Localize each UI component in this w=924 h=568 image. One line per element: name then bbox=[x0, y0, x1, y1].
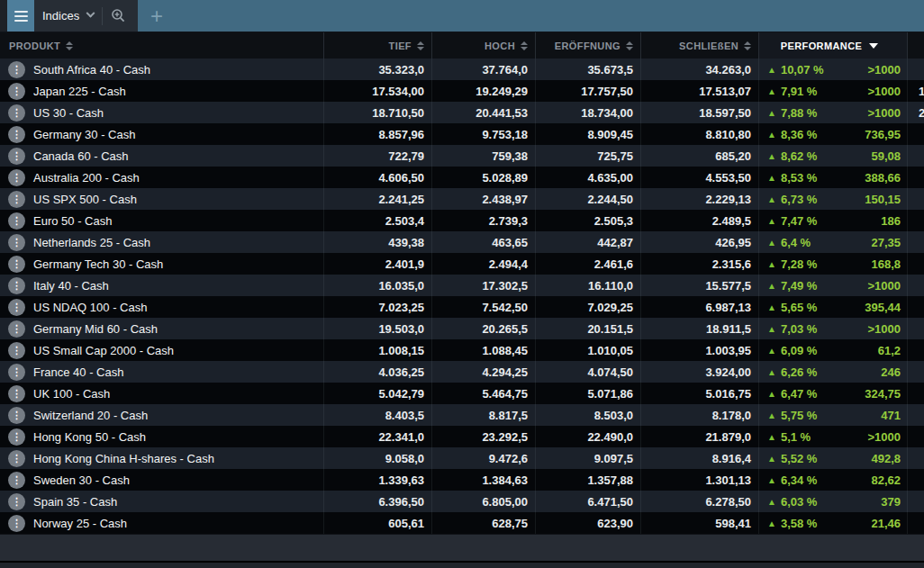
table-row[interactable]: ⋮ US SPX 500 - Cash 2.241,25 2.438,97 2.… bbox=[0, 188, 924, 210]
info-icon[interactable]: ⋮ bbox=[8, 493, 25, 510]
open-cell: 16.110,0 bbox=[536, 275, 641, 296]
info-icon[interactable]: ⋮ bbox=[8, 299, 25, 316]
info-icon[interactable]: ⋮ bbox=[8, 104, 25, 122]
product-name: Germany 30 - Cash bbox=[33, 128, 135, 141]
tab-indices[interactable]: Indices bbox=[34, 0, 138, 32]
performance-cell: ▲ 6,03 % 379 bbox=[759, 491, 908, 512]
table-row[interactable]: ⋮ Hong Kong 50 - Cash 22.341,0 23.292,5 … bbox=[0, 426, 924, 447]
performance-points: 59,08 bbox=[871, 149, 901, 163]
clipped-next-column-cell: 1 bbox=[908, 80, 924, 102]
info-icon[interactable]: ⋮ bbox=[8, 83, 25, 100]
zoom-search-icon[interactable] bbox=[111, 8, 126, 23]
info-icon[interactable]: ⋮ bbox=[8, 450, 25, 467]
table-row[interactable]: ⋮ UK 100 - Cash 5.042,79 5.464,75 5.071,… bbox=[0, 383, 924, 404]
info-icon[interactable]: ⋮ bbox=[8, 234, 25, 251]
table-row[interactable]: ⋮ Japan 225 - Cash 17.534,00 19.249,29 1… bbox=[0, 80, 924, 102]
info-icon[interactable]: ⋮ bbox=[8, 407, 25, 424]
table-row[interactable]: ⋮ US NDAQ 100 - Cash 7.023,25 7.542,50 7… bbox=[0, 296, 924, 318]
table-row[interactable]: ⋮ Sweden 30 - Cash 1.339,63 1.384,63 1.3… bbox=[0, 469, 924, 491]
product-cell: ⋮ France 40 - Cash bbox=[0, 361, 324, 383]
table-row[interactable]: ⋮ Germany Tech 30 - Cash 2.401,9 2.494,4… bbox=[0, 253, 924, 275]
info-icon[interactable]: ⋮ bbox=[8, 148, 25, 165]
table-row[interactable]: ⋮ Switzerland 20 - Cash 8.403,5 8.817,5 … bbox=[0, 404, 924, 426]
info-icon[interactable]: ⋮ bbox=[8, 126, 25, 143]
product-cell: ⋮ Hong Kong 50 - Cash bbox=[0, 426, 324, 447]
clipped-next-column-cell bbox=[908, 447, 924, 469]
triangle-up-icon: ▲ bbox=[767, 194, 776, 204]
table-row[interactable]: ⋮ Spain 35 - Cash 6.396,50 6.805,00 6.47… bbox=[0, 491, 924, 512]
info-icon[interactable]: ⋮ bbox=[8, 515, 25, 532]
performance-percent-value: 5,52 % bbox=[781, 452, 817, 465]
header-close[interactable]: SCHLIEßEN bbox=[641, 32, 759, 59]
close-cell: 8.178,0 bbox=[641, 404, 759, 426]
low-cell: 8.403,5 bbox=[324, 404, 432, 426]
add-tab-button[interactable]: + bbox=[150, 5, 163, 27]
info-icon[interactable]: ⋮ bbox=[8, 191, 25, 208]
performance-cell: ▲ 7,91 % >1000 bbox=[759, 80, 908, 102]
table-row[interactable]: ⋮ US Small Cap 2000 - Cash 1.008,15 1.08… bbox=[0, 339, 924, 361]
low-cell: 8.857,96 bbox=[324, 123, 432, 145]
header-high[interactable]: HOCH bbox=[432, 32, 536, 59]
table-row[interactable]: ⋮ France 40 - Cash 4.036,25 4.294,25 4.0… bbox=[0, 361, 924, 383]
sort-icon bbox=[744, 41, 751, 50]
clipped-next-column-cell bbox=[908, 426, 924, 447]
header-low-label: TIEF bbox=[389, 41, 412, 51]
table-row[interactable]: ⋮ Australia 200 - Cash 4.606,50 5.028,89… bbox=[0, 167, 924, 188]
triangle-up-icon: ▲ bbox=[767, 518, 776, 528]
header-performance[interactable]: PERFORMANCE bbox=[759, 32, 908, 59]
table-row[interactable]: ⋮ Germany 30 - Cash 8.857,96 9.753,18 8.… bbox=[0, 123, 924, 145]
performance-points: 186 bbox=[881, 214, 901, 228]
table-body: ⋮ South Africa 40 - Cash 35.323,0 37.764… bbox=[0, 59, 924, 534]
high-cell: 9.472,6 bbox=[432, 447, 536, 469]
header-product[interactable]: PRODUKT bbox=[0, 32, 324, 59]
performance-percent: ▲ 8,36 % bbox=[767, 128, 817, 141]
info-icon[interactable]: ⋮ bbox=[8, 428, 25, 446]
menu-button[interactable] bbox=[7, 0, 34, 32]
info-icon[interactable]: ⋮ bbox=[8, 342, 25, 359]
header-low[interactable]: TIEF bbox=[324, 32, 432, 59]
performance-percent: ▲ 6,73 % bbox=[767, 193, 817, 206]
header-clipped-column bbox=[908, 32, 924, 59]
info-icon[interactable]: ⋮ bbox=[8, 277, 25, 294]
info-icon[interactable]: ⋮ bbox=[8, 320, 25, 338]
low-cell: 439,38 bbox=[324, 231, 432, 253]
table-row[interactable]: ⋮ Canada 60 - Cash 722,79 759,38 725,75 … bbox=[0, 145, 924, 167]
product-name: Norway 25 - Cash bbox=[33, 517, 127, 530]
table-row[interactable]: ⋮ Italy 40 - Cash 16.035,0 17.302,5 16.1… bbox=[0, 275, 924, 296]
performance-percent: ▲ 5,52 % bbox=[767, 452, 817, 465]
low-cell: 16.035,0 bbox=[324, 275, 432, 296]
performance-points: 492,8 bbox=[871, 452, 901, 465]
performance-percent-value: 6,34 % bbox=[781, 473, 817, 487]
performance-percent: ▲ 6,03 % bbox=[767, 495, 817, 509]
table-row[interactable]: ⋮ Norway 25 - Cash 605,61 628,75 623,90 … bbox=[0, 512, 924, 534]
performance-percent-value: 6,47 % bbox=[781, 387, 817, 401]
info-icon[interactable]: ⋮ bbox=[8, 61, 25, 78]
info-icon[interactable]: ⋮ bbox=[8, 385, 25, 402]
product-cell: ⋮ US NDAQ 100 - Cash bbox=[0, 296, 324, 318]
performance-percent-value: 6,73 % bbox=[781, 193, 817, 206]
table-row[interactable]: ⋮ Netherlands 25 - Cash 439,38 463,65 44… bbox=[0, 231, 924, 253]
info-icon[interactable]: ⋮ bbox=[8, 364, 25, 381]
clipped-next-column-cell bbox=[908, 231, 924, 253]
table-row[interactable]: ⋮ Germany Mid 60 - Cash 19.503,0 20.265,… bbox=[0, 318, 924, 339]
info-icon[interactable]: ⋮ bbox=[8, 169, 25, 186]
table-row[interactable]: ⋮ Hong Kong China H-shares - Cash 9.058,… bbox=[0, 447, 924, 469]
chevron-down-icon[interactable] bbox=[86, 9, 95, 18]
table-row[interactable]: ⋮ US 30 - Cash 18.710,50 20.441,53 18.73… bbox=[0, 102, 924, 123]
product-cell: ⋮ Norway 25 - Cash bbox=[0, 512, 324, 534]
clipped-next-column-cell bbox=[908, 59, 924, 80]
clipped-next-column-cell bbox=[908, 296, 924, 318]
performance-cell: ▲ 7,49 % >1000 bbox=[759, 275, 908, 296]
info-icon[interactable]: ⋮ bbox=[8, 472, 25, 489]
high-cell: 8.817,5 bbox=[432, 404, 536, 426]
high-cell: 7.542,50 bbox=[432, 296, 536, 318]
close-cell: 426,95 bbox=[641, 231, 759, 253]
table-row[interactable]: ⋮ Euro 50 - Cash 2.503,4 2.739,3 2.505,3… bbox=[0, 210, 924, 231]
table-row[interactable]: ⋮ South Africa 40 - Cash 35.323,0 37.764… bbox=[0, 59, 924, 80]
product-name: Germany Tech 30 - Cash bbox=[33, 257, 163, 271]
header-open[interactable]: ERÖFFNUNG bbox=[536, 32, 641, 59]
info-icon[interactable]: ⋮ bbox=[8, 212, 25, 230]
performance-points: >1000 bbox=[867, 279, 901, 293]
performance-percent-value: 5,65 % bbox=[781, 301, 817, 314]
info-icon[interactable]: ⋮ bbox=[8, 256, 25, 273]
